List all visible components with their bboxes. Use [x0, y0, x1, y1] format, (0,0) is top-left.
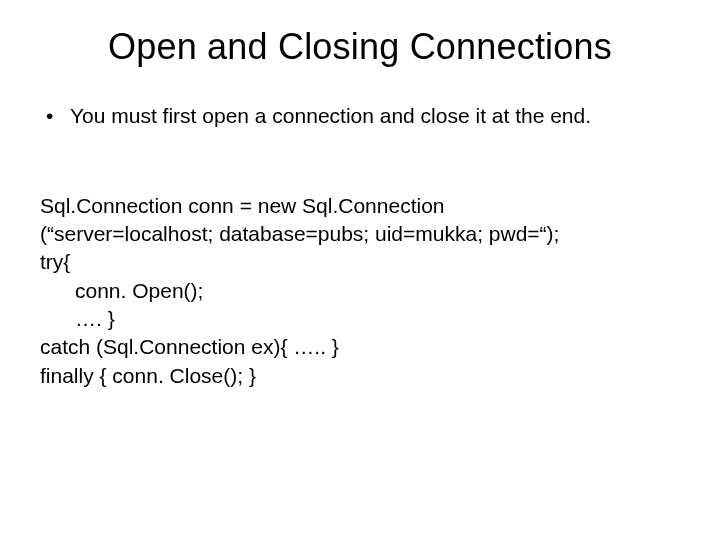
- slide-title: Open and Closing Connections: [40, 26, 680, 68]
- slide: Open and Closing Connections • You must …: [0, 0, 720, 540]
- code-line: Sql.Connection conn = new Sql.Connection: [40, 194, 445, 217]
- code-line: conn. Open();: [40, 279, 203, 302]
- bullet-text: You must first open a connection and clo…: [70, 102, 591, 129]
- code-line: catch (Sql.Connection ex){ ….. }: [40, 335, 339, 358]
- code-line: try{: [40, 250, 70, 273]
- code-line: (“server=localhost; database=pubs; uid=m…: [40, 222, 559, 245]
- code-line: finally { conn. Close(); }: [40, 364, 256, 387]
- code-line: …. }: [40, 307, 115, 330]
- bullet-item: • You must first open a connection and c…: [40, 102, 680, 129]
- bullet-dot-icon: •: [46, 102, 70, 129]
- code-block: Sql.Connection conn = new Sql.Connection…: [40, 163, 680, 390]
